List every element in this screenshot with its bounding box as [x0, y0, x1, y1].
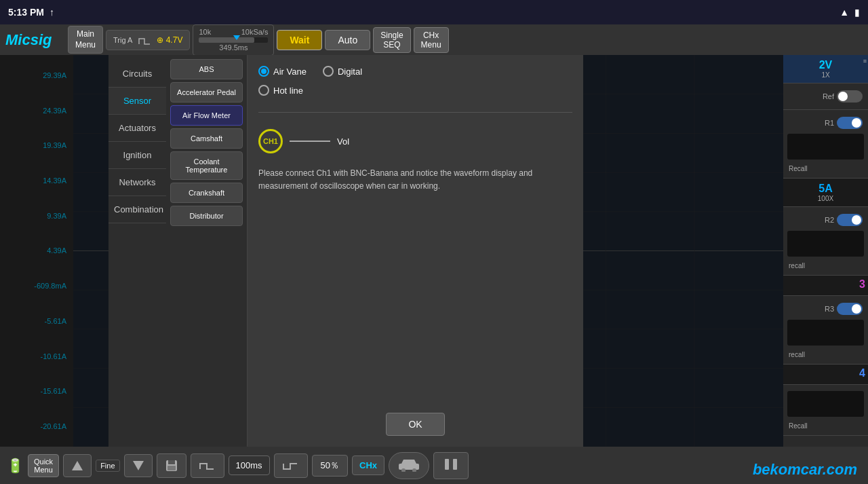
trig-area: Trig A ⊕ 4.7V — [106, 30, 190, 50]
sidebar-item-sensor[interactable]: Sensor — [108, 88, 166, 115]
r3-toggle[interactable] — [837, 303, 863, 315]
main-menu-button[interactable]: Main Menu — [68, 26, 103, 54]
sensor-list: ABS Accelerator Pedal Air Flow Meter Cam… — [166, 55, 248, 447]
r1-label: R1 — [825, 119, 834, 127]
r1-section: R1 Recall — [783, 110, 868, 179]
ch1-value: 2V — [786, 59, 865, 71]
up-arrow-button[interactable] — [63, 454, 92, 477]
radio-group: Air Vane Digital — [258, 66, 572, 77]
r3-recall-label: recall — [786, 351, 805, 358]
save-icon — [164, 458, 179, 473]
sensor-camshaft-button[interactable]: Camshaft — [170, 128, 243, 149]
svg-rect-20 — [167, 466, 176, 470]
fine-label: Fine — [96, 460, 119, 472]
sidebar-item-combination[interactable]: Combination — [108, 196, 166, 223]
ch2-sub: 100X — [786, 195, 865, 202]
single-seq-button[interactable]: Single SEQ — [373, 27, 410, 53]
time-ms-display: 100ms — [229, 455, 270, 475]
right-panel: 2V 1X ≡ Ref R1 Recall 5A 100X — [783, 55, 868, 447]
pause-icon — [442, 457, 460, 472]
quick-menu-button[interactable]: Quick Menu — [28, 454, 59, 477]
modal-dialog: Circuits Sensor Actuators Ignition Netwo… — [108, 55, 583, 447]
r3-section: R3 recall — [783, 296, 868, 365]
modal-sidebar: Circuits Sensor Actuators Ignition Netwo… — [108, 55, 166, 447]
radio-airvane-label: Air Vane — [273, 67, 307, 77]
watermark: bekomcar.com — [753, 461, 857, 479]
svg-rect-19 — [168, 460, 175, 464]
upload-icon: ↑ — [50, 7, 54, 18]
radio-airvane[interactable]: Air Vane — [258, 66, 307, 77]
radio-airvane-circle — [258, 66, 269, 77]
ch1-circle: CH1 — [258, 129, 283, 153]
percent-button[interactable]: 50％ — [312, 455, 348, 477]
r3-label: R3 — [825, 305, 834, 313]
r3-recall-box — [787, 320, 864, 346]
down-arrow-button[interactable] — [124, 454, 153, 477]
ch4-badge: 4 — [859, 367, 865, 379]
watermark-text: bekomcar.com — [753, 461, 857, 478]
wait-button[interactable]: Wait — [277, 30, 322, 50]
trig-label: Trig A — [113, 36, 132, 44]
square-wave-up-button[interactable] — [191, 453, 224, 478]
down-triangle-icon — [132, 459, 145, 472]
chx-menu-button[interactable]: CHx Menu — [414, 27, 449, 53]
sidebar-item-networks[interactable]: Networks — [108, 169, 166, 196]
instruction-text: Please connect Ch1 with BNC-Banana and n… — [258, 167, 572, 396]
battery-status-icon: ▮ — [854, 7, 860, 18]
ref-section: Ref — [783, 83, 868, 110]
sensor-coolant-button[interactable]: Coolant Temperature — [170, 151, 243, 180]
up-triangle-icon — [71, 459, 84, 472]
hotline-radio[interactable] — [258, 85, 269, 96]
status-bar: 5:13 PM ↑ ▲ ▮ — [0, 0, 868, 24]
time-center: 349.5ms — [219, 43, 248, 52]
ch1-vol-label: Vol — [337, 136, 349, 147]
sensor-airflow-button[interactable]: Air Flow Meter — [170, 105, 243, 126]
r2-toggle[interactable] — [837, 214, 863, 226]
time-end: 10kSa/s — [241, 28, 269, 36]
svg-rect-25 — [453, 459, 457, 470]
save-button[interactable] — [157, 453, 186, 478]
square-wave-down-icon — [281, 458, 300, 473]
r4-section: Recall — [783, 385, 868, 436]
sensor-accelerator-button[interactable]: Accelerator Pedal — [170, 82, 243, 103]
radio-digital-circle — [323, 66, 334, 77]
sidebar-item-circuits[interactable]: Circuits — [108, 60, 166, 88]
time-start: 10k — [199, 28, 211, 36]
divider — [258, 112, 572, 113]
ch2-value: 5A — [786, 183, 865, 195]
car-icon — [397, 457, 420, 472]
radio-digital[interactable]: Digital — [323, 66, 362, 77]
ch1-diagram: CH1 Vol — [258, 129, 572, 153]
top-toolbar: Micsig Main Menu Trig A ⊕ 4.7V 10k 10kSa… — [0, 24, 868, 55]
ch3-badge: 3 — [859, 278, 865, 290]
sidebar-item-actuators[interactable]: Actuators — [108, 115, 166, 142]
sensor-distributor-button[interactable]: Distributor — [170, 206, 243, 226]
r1-recall-box — [787, 134, 864, 160]
square-wave-up-icon — [198, 458, 217, 473]
logo: Micsig — [5, 31, 60, 49]
ok-button[interactable]: OK — [386, 413, 444, 436]
sensor-abs-button[interactable]: ABS — [170, 59, 243, 79]
auto-button[interactable]: Auto — [325, 30, 370, 50]
trig-arrow-icon — [136, 33, 153, 47]
r2-label: R2 — [825, 216, 834, 224]
r2-section: R2 recall — [783, 207, 868, 276]
ch1-sub: 1X — [786, 71, 865, 79]
r4-recall-box — [787, 391, 864, 417]
pause-button[interactable] — [433, 452, 469, 479]
r2-recall-box — [787, 231, 864, 257]
r1-toggle[interactable] — [837, 117, 863, 129]
hotline-row: Hot line — [258, 85, 572, 96]
bottom-toolbar: 🔋 Quick Menu Fine 100ms — [0, 447, 868, 484]
time-range-area: 10k 10kSa/s 349.5ms — [193, 24, 274, 56]
car-button[interactable] — [389, 452, 429, 479]
ref-toggle[interactable] — [837, 90, 863, 103]
svg-marker-17 — [133, 461, 144, 470]
chx-bottom-button[interactable]: CHx — [352, 455, 384, 475]
square-wave-down-button[interactable] — [274, 453, 308, 478]
svg-marker-16 — [72, 461, 83, 470]
radio-digital-label: Digital — [338, 67, 362, 77]
sensor-crankshaft-button[interactable]: Crankshaft — [170, 183, 243, 203]
sidebar-item-ignition[interactable]: Ignition — [108, 142, 166, 169]
r1-recall-label: Recall — [786, 165, 808, 172]
